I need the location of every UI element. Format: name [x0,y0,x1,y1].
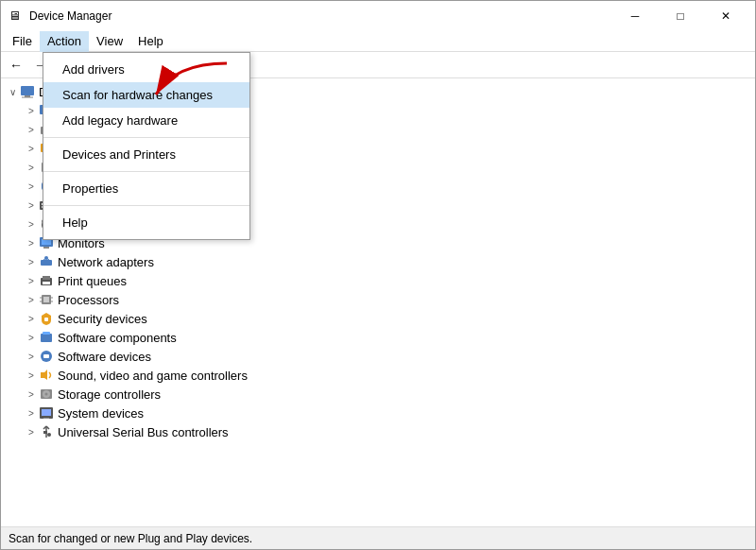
minimize-button[interactable]: ─ [613,1,657,31]
disk-expand-icon: > [24,122,39,137]
sound-label: Sound, video and game controllers [58,369,248,383]
processors-expand-icon: > [24,292,39,307]
security-label: Security devices [58,312,147,326]
svg-rect-31 [43,247,49,249]
root-expand-icon: ∨ [5,84,20,99]
menu-separator-2 [43,171,249,172]
menu-separator-3 [43,205,249,206]
menu-scan-hardware[interactable]: Scan for hardware changes [43,82,249,108]
software-devices-label: Software devices [58,350,151,364]
storage-label: Storage controllers [58,387,161,402]
menu-add-legacy[interactable]: Add legacy hardware [43,108,249,133]
system-label: System devices [58,406,144,421]
toolbar-back-button[interactable]: ← [5,54,27,77]
tree-category-software-components[interactable]: > Software components [1,328,755,347]
tree-category-storage[interactable]: > Storage controllers [1,385,755,404]
keyboards-expand-icon: > [24,198,39,213]
usb-label: Universal Serial Bus controllers [58,425,229,439]
processors-icon [39,292,54,307]
software-devices-expand-icon: > [24,349,39,364]
tree-category-network[interactable]: > Network adapters [1,252,755,271]
menu-separator-1 [43,137,249,138]
usb-expand-icon: > [24,424,39,439]
computer-expand-icon: > [24,103,39,118]
root-computer-icon [20,84,35,99]
close-button[interactable]: ✕ [704,1,747,31]
software-components-icon [39,330,54,345]
system-expand-icon: > [24,405,39,421]
svg-point-54 [45,393,48,396]
title-bar: 🖥 Device Manager ─ □ ✕ [1,1,755,31]
sound-expand-icon: > [24,368,39,383]
tree-category-security[interactable]: > Security devices [1,309,755,328]
monitors-expand-icon: > [24,235,39,250]
usb-icon [39,424,54,439]
device-manager-window: 🖥 Device Manager ─ □ ✕ File Action View … [0,0,756,550]
security-icon [39,311,54,326]
menu-view[interactable]: View [89,31,130,52]
svg-rect-47 [41,334,52,342]
svg-rect-56 [42,409,51,416]
svg-rect-38 [43,276,50,280]
software-components-expand-icon: > [24,330,39,345]
menu-properties[interactable]: Properties [43,176,249,201]
tree-category-software-devices[interactable]: > Software devices [1,347,755,366]
svg-rect-9 [21,86,34,95]
svg-rect-33 [41,260,52,266]
print-icon [39,273,54,288]
mice-expand-icon: > [24,216,39,232]
tree-category-system[interactable]: > System devices [1,404,755,422]
svg-rect-46 [44,318,48,321]
menu-help[interactable]: Help [43,210,249,235]
status-text: Scan for changed or new Plug and Play de… [9,532,252,545]
svg-rect-50 [43,354,49,358]
print-label: Print queues [58,274,127,288]
svg-point-62 [47,433,51,437]
tree-category-sound[interactable]: > Sound, video and game controllers [1,366,755,385]
software-devices-icon [39,349,54,364]
maximize-button[interactable]: □ [659,1,702,31]
menu-help[interactable]: Help [130,31,171,52]
firmware-expand-icon: > [24,160,39,175]
menu-add-drivers[interactable]: Add drivers [43,57,249,82]
print-expand-icon: > [24,273,39,288]
title-left: 🖥 Device Manager [9,9,112,24]
menu-action[interactable]: Action [40,31,89,52]
app-icon: 🖥 [9,9,24,24]
display-expand-icon: > [24,141,39,156]
menu-devices-printers[interactable]: Devices and Printers [43,142,249,167]
action-dropdown-menu: Add drivers Scan for hardware changes Ad… [43,52,250,240]
menu-file[interactable]: File [5,31,40,52]
storage-expand-icon: > [24,387,39,402]
menu-bar: File Action View Help Add drivers Scan f… [1,31,755,52]
tree-category-usb[interactable]: > Universal Serial Bus controllers [1,422,755,441]
window-controls: ─ □ ✕ [613,1,747,31]
network-icon [39,254,54,269]
svg-rect-41 [43,297,49,302]
svg-rect-39 [43,282,50,284]
svg-rect-48 [43,332,50,335]
svg-rect-61 [43,431,47,434]
sound-icon [39,368,54,383]
window-title: Device Manager [29,9,112,23]
svg-rect-57 [43,418,49,419]
software-components-label: Software components [58,331,177,345]
security-expand-icon: > [24,311,39,326]
tree-category-print[interactable]: > Print queues [1,271,755,290]
storage-icon [39,387,54,402]
system-icon [39,405,54,421]
processors-label: Processors [58,293,119,307]
hid-expand-icon: > [24,179,39,194]
status-bar: Scan for changed or new Plug and Play de… [1,526,755,549]
network-expand-icon: > [24,254,39,269]
svg-marker-51 [41,370,47,380]
tree-category-processors[interactable]: > Processors [1,290,755,309]
network-label: Network adapters [58,255,154,269]
